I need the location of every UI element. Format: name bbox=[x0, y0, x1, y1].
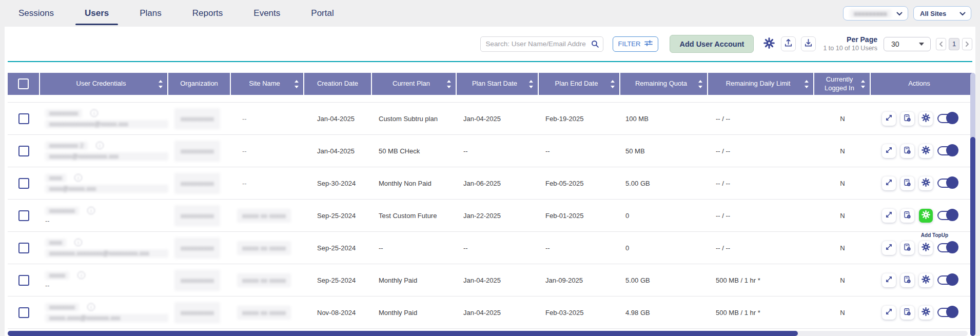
horizontal-scrollbar[interactable] bbox=[8, 331, 968, 336]
prev-page-button[interactable] bbox=[936, 38, 946, 50]
header-plan-start-date[interactable]: Plan Start Date bbox=[457, 73, 539, 95]
cell-plan-end-date: Jan-09-2025 bbox=[539, 276, 620, 284]
user-info-icon[interactable]: i bbox=[96, 142, 104, 149]
row-settings-button[interactable] bbox=[919, 144, 933, 158]
header-current-plan[interactable]: Current Plan bbox=[372, 73, 457, 95]
users-table: User Credentials Organization Site Name … bbox=[8, 73, 972, 329]
status-toggle[interactable] bbox=[937, 114, 957, 123]
row-plan-info-button[interactable] bbox=[900, 112, 914, 126]
current-page-button[interactable]: 1 bbox=[949, 38, 959, 50]
header-site-name[interactable]: Site Name bbox=[231, 73, 304, 95]
tab-plans[interactable]: Plans bbox=[139, 5, 163, 22]
row-checkbox[interactable] bbox=[18, 178, 29, 189]
row-plan-info-button[interactable] bbox=[900, 176, 914, 190]
row-settings-button[interactable] bbox=[919, 241, 933, 255]
row-plan-info-button[interactable] bbox=[900, 306, 914, 320]
row-settings-button[interactable] bbox=[919, 306, 933, 320]
tab-sessions[interactable]: Sessions bbox=[17, 5, 55, 22]
row-expand-button[interactable] bbox=[882, 273, 896, 287]
row-expand-button[interactable] bbox=[882, 176, 896, 190]
download-button[interactable] bbox=[801, 36, 816, 51]
sort-arrows-icon[interactable] bbox=[805, 80, 809, 88]
row-plan-info-button[interactable] bbox=[900, 144, 914, 158]
table-row: xxxxxxxx i xxxxx.xxxx@xxxxxxx.xxx xxxxxx… bbox=[8, 296, 972, 329]
header-remaining-daily-limit[interactable]: Remaining Daily Limit bbox=[708, 73, 814, 95]
row-checkbox-cell bbox=[8, 307, 40, 318]
next-page-button[interactable] bbox=[962, 38, 972, 50]
row-plan-info-button[interactable] bbox=[900, 273, 914, 287]
cell-creation-date: Nov-08-2024 bbox=[304, 309, 372, 317]
user-info-icon[interactable]: i bbox=[77, 271, 85, 279]
cell-remaining-daily-limit: -- / -- bbox=[708, 180, 814, 187]
cell-organization: xxxxxxxxxx bbox=[168, 238, 231, 259]
vertical-scrollbar-thumb[interactable] bbox=[970, 137, 975, 336]
row-expand-button[interactable] bbox=[882, 209, 896, 223]
row-settings-button[interactable] bbox=[919, 273, 933, 287]
user-info-icon[interactable]: i bbox=[87, 303, 95, 311]
header-plan-end-date[interactable]: Plan End Date bbox=[539, 73, 620, 95]
tab-portal[interactable]: Portal bbox=[310, 5, 335, 22]
row-settings-button[interactable] bbox=[919, 176, 933, 190]
row-checkbox[interactable] bbox=[18, 243, 29, 253]
row-checkbox[interactable] bbox=[18, 146, 29, 156]
tab-users[interactable]: Users bbox=[84, 5, 110, 22]
sort-arrows-icon[interactable] bbox=[159, 80, 163, 88]
sort-arrows-icon[interactable] bbox=[861, 80, 865, 88]
sort-arrows-icon[interactable] bbox=[611, 80, 615, 88]
vertical-scrollbar[interactable] bbox=[970, 73, 975, 336]
header-remaining-quota[interactable]: Remaining Quota bbox=[620, 73, 708, 95]
cell-plan-start-date: Jan-04-2025 bbox=[457, 115, 539, 123]
row-checkbox[interactable] bbox=[18, 113, 29, 124]
tab-events[interactable]: Events bbox=[252, 5, 281, 22]
status-toggle[interactable] bbox=[937, 146, 957, 155]
header-user-credentials[interactable]: User Credentials bbox=[40, 73, 168, 95]
status-toggle[interactable] bbox=[937, 308, 957, 317]
user-info-icon[interactable]: i bbox=[74, 174, 82, 182]
user-info-icon[interactable]: i bbox=[74, 239, 82, 246]
user-name: xxxxxxxxx bbox=[45, 109, 82, 117]
cell-site-name: -- bbox=[231, 147, 304, 155]
cell-remaining-quota: 100 MB bbox=[620, 115, 708, 123]
per-page-select[interactable]: 30 bbox=[884, 37, 931, 51]
account-dropdown[interactable]: xxxxxxxxx bbox=[843, 6, 908, 21]
filter-button[interactable]: FILTER bbox=[613, 36, 659, 52]
user-info-icon[interactable]: i bbox=[87, 207, 95, 214]
cell-user-credentials: xxxxxxxxx i xxxxxxxxxxxxxx@xxxxx.xxx bbox=[40, 109, 168, 128]
row-checkbox[interactable] bbox=[18, 210, 29, 221]
gear-icon bbox=[922, 210, 930, 221]
sort-arrows-icon[interactable] bbox=[295, 80, 299, 88]
row-checkbox[interactable] bbox=[18, 307, 29, 318]
table-settings-button[interactable] bbox=[762, 37, 776, 51]
add-user-account-button[interactable]: Add User Account bbox=[670, 35, 754, 53]
search-icon[interactable] bbox=[591, 39, 599, 50]
status-toggle[interactable] bbox=[937, 275, 957, 285]
row-expand-button[interactable] bbox=[882, 144, 896, 158]
sort-arrows-icon[interactable] bbox=[447, 80, 451, 88]
row-expand-button[interactable] bbox=[882, 241, 896, 255]
per-page-value: 30 bbox=[891, 40, 899, 48]
row-checkbox[interactable] bbox=[18, 275, 29, 286]
row-settings-button[interactable] bbox=[919, 112, 933, 126]
expand-icon bbox=[885, 211, 893, 220]
status-toggle[interactable] bbox=[937, 179, 957, 188]
sort-arrows-icon[interactable] bbox=[698, 80, 702, 88]
gear-icon bbox=[922, 243, 930, 253]
row-plan-info-button[interactable] bbox=[900, 209, 914, 223]
user-info-icon[interactable]: i bbox=[90, 109, 98, 117]
status-toggle[interactable] bbox=[937, 243, 957, 252]
row-plan-info-button[interactable] bbox=[900, 241, 914, 255]
row-settings-button[interactable] bbox=[919, 209, 933, 223]
row-expand-button[interactable] bbox=[882, 306, 896, 320]
sites-dropdown[interactable]: All Sites bbox=[913, 6, 971, 21]
search-input[interactable] bbox=[480, 36, 603, 52]
sort-arrows-icon[interactable] bbox=[529, 80, 533, 88]
status-toggle[interactable] bbox=[937, 211, 957, 220]
row-expand-button[interactable] bbox=[882, 112, 896, 126]
upload-button[interactable] bbox=[781, 36, 796, 51]
header-currently-logged-in[interactable]: Currently Logged In bbox=[814, 73, 871, 95]
cell-user-credentials: xxxx i xxxx@xxxxx.xxx bbox=[40, 174, 168, 193]
header-select-all[interactable] bbox=[8, 73, 40, 95]
horizontal-scrollbar-thumb[interactable] bbox=[8, 331, 798, 336]
tab-reports[interactable]: Reports bbox=[191, 5, 224, 22]
select-all-checkbox[interactable] bbox=[18, 78, 29, 89]
